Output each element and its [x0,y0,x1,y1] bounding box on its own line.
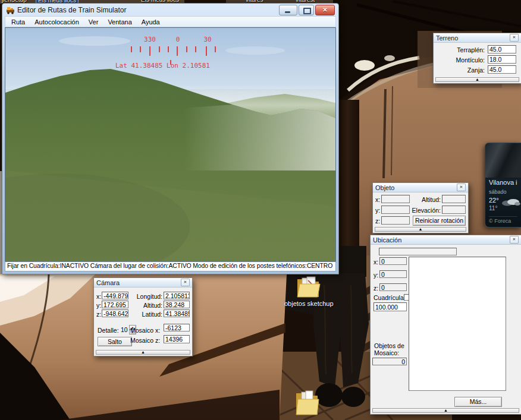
ubicacion-title: Ubicación [373,236,401,244]
objeto-title-bar[interactable]: Objeto ✕ [373,183,468,192]
ubicacion-y-label: y: [374,271,378,279]
camara-title-bar[interactable]: Cámara ✕ [94,278,192,288]
camara-collapse-bar[interactable]: ▲ [96,350,190,355]
ubicacion-name-field[interactable] [379,248,457,255]
title-bar[interactable]: Editor de Rutas de Train Simulator ✕ [5,4,336,16]
compass-latlon: Lat 41.38485 Lon 2.10581 [115,62,210,70]
compass-label-0: 0 [176,36,180,43]
tile-objects-count-field: 0 [372,358,407,365]
camara-z-field[interactable]: -948.642 [102,310,128,317]
mosaico-x-label: Mosaico x: [130,327,160,334]
editor-window: Editor de Rutas de Train Simulator ✕ Rut… [2,3,339,274]
altitud-label: Altitud: [130,302,162,309]
objeto-y-label: y: [375,207,380,214]
ubicacion-collapse-bar[interactable]: ▲ [372,408,519,413]
terrain-3d-viewport[interactable]: 330 0 30 Lat 41.38485 Lon 2.10581 [5,27,336,261]
camara-y-field[interactable]: 172.695 [102,301,128,308]
folder-icon-objetos-sketchup[interactable] [295,274,321,299]
gadget-location: Vilanova i [489,179,517,186]
mosaico-z-label: Mosaico z: [130,337,160,344]
objeto-y-field[interactable] [381,206,410,214]
zanja-field[interactable]: 45.0 [488,65,516,74]
camara-x-label: x: [96,293,101,300]
app-icon [6,5,15,14]
gadget-credit: © Foreca [489,216,517,224]
compass-label-30: 30 [203,36,211,43]
altitud-field[interactable]: 38.248 [164,301,190,308]
terreno-panel: Terreno ✕ Terraplén: 45.0 Montículo: 18.… [433,33,521,84]
objeto-elevacion-field[interactable] [442,206,466,214]
folder-icon-bottom[interactable] [294,387,320,417]
ubicacion-y-field[interactable]: 0 [379,270,407,278]
terreno-title-bar[interactable]: Terreno ✕ [434,33,521,43]
ubicacion-title-bar[interactable]: Ubicación ✕ [371,235,521,245]
minimize-button[interactable] [279,5,297,15]
detalle-label: Detalle: [98,327,119,334]
objeto-title: Objeto [375,184,394,191]
objeto-collapse-bar[interactable]: ▲ [375,227,466,232]
longitud-label: Longitud: [130,293,162,300]
objeto-elevacion-label: Elevación: [407,207,441,214]
gadget-photo [485,143,521,178]
gadget-temp-low: 11° [489,205,497,211]
cloud-icon [501,198,520,206]
monticulo-field[interactable]: 18.0 [488,55,516,64]
grid-size-field[interactable]: 100.000 [374,302,407,311]
zanja-label: Zanja: [437,67,485,74]
gadget-temp-high: 22° [489,197,499,204]
latitud-field[interactable]: 41.38485: [164,310,190,317]
objeto-x-label: x: [375,196,380,203]
menu-ruta[interactable]: Ruta [7,18,30,26]
objeto-panel: Objeto ✕ x: Altitud: y: Elevación: z: Re… [372,182,469,233]
more-button[interactable]: Más... [454,397,502,407]
objeto-altitud-label: Altitud: [410,196,441,203]
camara-panel: Cámara ✕ x: -449.879 y: 172.695 z: -948.… [93,277,193,356]
ubicacion-x-label: x: [374,258,378,266]
terraplen-label: Terraplén: [437,46,485,53]
terreno-title: Terreno [436,34,458,42]
menu-ver[interactable]: Ver [84,18,103,26]
grid-label: Cuadrícula: [374,294,406,301]
ubicacion-close-icon[interactable]: ✕ [510,236,519,244]
reset-rotation-button[interactable]: Reiniciar rotación [413,216,466,226]
menu-bar: Ruta Autocolocación Ver Ventana Ayuda [5,16,336,27]
window-title: Editor de Rutas de Train Simulator [17,6,126,14]
terraplen-field[interactable]: 45.0 [488,45,516,53]
menu-ventana[interactable]: Ventana [103,18,136,26]
ubicacion-z-field[interactable]: 0 [379,283,407,291]
mosaico-z-field[interactable]: 14396 [164,335,190,343]
detalle-value: 10 [121,326,128,333]
folder-label[interactable]: objetos sketchup [284,300,334,307]
camara-z-label: z: [96,311,101,318]
tile-objects-label: Objetos de [374,342,404,349]
ubicacion-panel: Ubicación ✕ x: 0 y: 0 z: 0 Cuadrícula: 1… [370,235,521,415]
terreno-close-icon[interactable]: ✕ [510,34,519,42]
status-bar: Fijar en Cuadrícula:INACTIVO Cámara del … [5,261,336,271]
camara-y-label: y: [96,302,101,309]
maximize-button[interactable] [299,5,314,15]
desktop: jienSetup Els meus llocs Els meus llocs … [0,0,521,420]
menu-ayuda[interactable]: Ayuda [137,18,165,26]
objeto-z-field[interactable] [381,216,410,225]
longitud-field[interactable]: 2.105811: [164,292,190,299]
camara-title: Cámara [96,279,120,286]
weather-gadget[interactable]: Vilanova i sábado 22° 11° © Foreca [485,143,521,228]
ubicacion-x-field[interactable]: 0 [379,257,407,265]
menu-autocolocacion[interactable]: Autocolocación [30,18,84,26]
gadget-day: sábado [489,189,507,195]
tile-objects-label2: Mosaico: [374,349,399,356]
objeto-close-icon[interactable]: ✕ [457,184,466,191]
camara-close-icon[interactable]: ✕ [181,279,190,286]
camara-x-field[interactable]: -449.879 [102,292,128,299]
latitud-label: Latitud: [130,311,162,318]
mosaico-x-field[interactable]: -6123 [164,324,190,331]
objeto-altitud-field[interactable] [442,195,466,203]
objeto-x-field[interactable] [381,195,410,203]
salto-button[interactable]: Salto [98,337,132,346]
monticulo-label: Montículo: [437,56,485,64]
terreno-collapse-bar[interactable]: ▲ [435,77,519,82]
tile-objects-list[interactable] [409,257,506,391]
compass-label-330: 330 [144,36,156,43]
close-button[interactable]: ✕ [315,5,335,15]
objeto-z-label: z: [375,217,380,225]
